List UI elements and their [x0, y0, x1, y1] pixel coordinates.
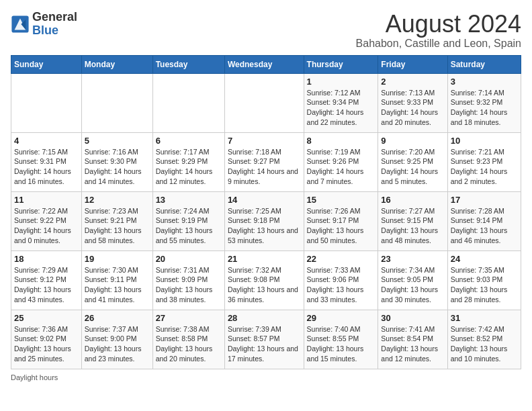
- day-number: 5: [85, 136, 150, 146]
- calendar-day-cell: 11Sunrise: 7:22 AM Sunset: 9:22 PM Dayli…: [11, 191, 82, 250]
- calendar-title: August 2024: [356, 11, 521, 38]
- calendar-day-cell: 17Sunrise: 7:28 AM Sunset: 9:14 PM Dayli…: [447, 191, 521, 250]
- day-info: Sunrise: 7:25 AM Sunset: 9:18 PM Dayligh…: [228, 206, 301, 246]
- day-info: Sunrise: 7:32 AM Sunset: 9:08 PM Dayligh…: [228, 265, 301, 305]
- day-info: Sunrise: 7:30 AM Sunset: 9:11 PM Dayligh…: [85, 265, 150, 305]
- day-number: 20: [156, 254, 222, 264]
- calendar-day-cell: 28Sunrise: 7:39 AM Sunset: 8:57 PM Dayli…: [224, 310, 304, 369]
- day-number: 1: [307, 77, 375, 87]
- day-info: Sunrise: 7:33 AM Sunset: 9:06 PM Dayligh…: [307, 265, 375, 305]
- day-number: 24: [451, 254, 518, 264]
- calendar-day-cell: 3Sunrise: 7:14 AM Sunset: 9:32 PM Daylig…: [447, 73, 521, 132]
- day-number: 25: [14, 313, 79, 323]
- day-number: 7: [228, 136, 301, 146]
- calendar-day-cell: 29Sunrise: 7:40 AM Sunset: 8:55 PM Dayli…: [304, 310, 378, 369]
- day-number: 16: [381, 195, 444, 205]
- calendar-week-row: 4Sunrise: 7:15 AM Sunset: 9:31 PM Daylig…: [11, 132, 521, 191]
- calendar-day-cell: 18Sunrise: 7:29 AM Sunset: 9:12 PM Dayli…: [11, 250, 82, 310]
- day-info: Sunrise: 7:42 AM Sunset: 8:52 PM Dayligh…: [451, 324, 518, 364]
- calendar-day-cell: 2Sunrise: 7:13 AM Sunset: 9:33 PM Daylig…: [378, 73, 447, 132]
- day-info: Sunrise: 7:37 AM Sunset: 9:00 PM Dayligh…: [85, 324, 150, 364]
- weekday-header-cell: Friday: [378, 55, 447, 73]
- day-number: 21: [228, 254, 301, 264]
- day-info: Sunrise: 7:41 AM Sunset: 8:54 PM Dayligh…: [381, 324, 444, 364]
- day-number: 8: [307, 136, 375, 146]
- day-info: Sunrise: 7:35 AM Sunset: 9:03 PM Dayligh…: [451, 265, 518, 305]
- calendar-day-cell: 8Sunrise: 7:19 AM Sunset: 9:26 PM Daylig…: [304, 132, 378, 191]
- calendar-day-cell: 25Sunrise: 7:36 AM Sunset: 9:02 PM Dayli…: [11, 310, 82, 369]
- day-info: Sunrise: 7:14 AM Sunset: 9:32 PM Dayligh…: [451, 88, 518, 128]
- day-info: Sunrise: 7:34 AM Sunset: 9:05 PM Dayligh…: [381, 265, 444, 305]
- day-info: Sunrise: 7:27 AM Sunset: 9:15 PM Dayligh…: [381, 206, 444, 246]
- day-number: 27: [156, 313, 222, 323]
- day-info: Sunrise: 7:19 AM Sunset: 9:26 PM Dayligh…: [307, 147, 375, 187]
- calendar-week-row: 1Sunrise: 7:12 AM Sunset: 9:34 PM Daylig…: [11, 73, 521, 132]
- calendar-day-cell: 5Sunrise: 7:16 AM Sunset: 9:30 PM Daylig…: [81, 132, 152, 191]
- title-area: August 2024 Bahabon, Castille and Leon, …: [356, 11, 521, 50]
- calendar-subtitle: Bahabon, Castille and Leon, Spain: [356, 38, 521, 50]
- day-number: 4: [14, 136, 79, 146]
- day-info: Sunrise: 7:40 AM Sunset: 8:55 PM Dayligh…: [307, 324, 375, 364]
- day-info: Sunrise: 7:24 AM Sunset: 9:19 PM Dayligh…: [156, 206, 222, 246]
- day-info: Sunrise: 7:22 AM Sunset: 9:22 PM Dayligh…: [14, 206, 79, 246]
- day-info: Sunrise: 7:17 AM Sunset: 9:29 PM Dayligh…: [156, 147, 222, 187]
- day-info: Sunrise: 7:39 AM Sunset: 8:57 PM Dayligh…: [228, 324, 301, 364]
- day-number: 18: [14, 254, 79, 264]
- day-info: Sunrise: 7:31 AM Sunset: 9:09 PM Dayligh…: [156, 265, 222, 305]
- day-number: 17: [451, 195, 518, 205]
- day-number: 2: [381, 77, 444, 87]
- calendar-day-cell: 14Sunrise: 7:25 AM Sunset: 9:18 PM Dayli…: [224, 191, 304, 250]
- day-number: 30: [381, 313, 444, 323]
- calendar-day-cell: 22Sunrise: 7:33 AM Sunset: 9:06 PM Dayli…: [304, 250, 378, 310]
- calendar-day-cell: 9Sunrise: 7:20 AM Sunset: 9:25 PM Daylig…: [378, 132, 447, 191]
- weekday-header-cell: Wednesday: [224, 55, 304, 73]
- day-number: 11: [14, 195, 79, 205]
- day-info: Sunrise: 7:16 AM Sunset: 9:30 PM Dayligh…: [85, 147, 150, 187]
- calendar-day-cell: 13Sunrise: 7:24 AM Sunset: 9:19 PM Dayli…: [152, 191, 224, 250]
- calendar-week-row: 18Sunrise: 7:29 AM Sunset: 9:12 PM Dayli…: [11, 250, 521, 310]
- logo-line1: General: [32, 11, 77, 24]
- day-info: Sunrise: 7:20 AM Sunset: 9:25 PM Dayligh…: [381, 147, 444, 187]
- calendar-day-cell: 21Sunrise: 7:32 AM Sunset: 9:08 PM Dayli…: [224, 250, 304, 310]
- calendar-day-cell: [152, 73, 224, 132]
- day-number: 26: [85, 313, 150, 323]
- day-info: Sunrise: 7:26 AM Sunset: 9:17 PM Dayligh…: [307, 206, 375, 246]
- calendar-week-row: 11Sunrise: 7:22 AM Sunset: 9:22 PM Dayli…: [11, 191, 521, 250]
- day-number: 28: [228, 313, 301, 323]
- calendar-day-cell: 19Sunrise: 7:30 AM Sunset: 9:11 PM Dayli…: [81, 250, 152, 310]
- logo-icon: [11, 15, 30, 34]
- calendar-day-cell: 30Sunrise: 7:41 AM Sunset: 8:54 PM Dayli…: [378, 310, 447, 369]
- weekday-header-cell: Sunday: [11, 55, 82, 73]
- day-info: Sunrise: 7:38 AM Sunset: 8:58 PM Dayligh…: [156, 324, 222, 364]
- day-number: 15: [307, 195, 375, 205]
- logo-line2: Blue: [32, 24, 77, 38]
- day-number: 19: [85, 254, 150, 264]
- day-info: Sunrise: 7:12 AM Sunset: 9:34 PM Dayligh…: [307, 88, 375, 128]
- page-header: General Blue August 2024 Bahabon, Castil…: [11, 11, 521, 50]
- calendar-day-cell: 20Sunrise: 7:31 AM Sunset: 9:09 PM Dayli…: [152, 250, 224, 310]
- calendar-week-row: 25Sunrise: 7:36 AM Sunset: 9:02 PM Dayli…: [11, 310, 521, 369]
- calendar-day-cell: [224, 73, 304, 132]
- day-info: Sunrise: 7:23 AM Sunset: 9:21 PM Dayligh…: [85, 206, 150, 246]
- day-info: Sunrise: 7:36 AM Sunset: 9:02 PM Dayligh…: [14, 324, 79, 364]
- calendar-day-cell: 6Sunrise: 7:17 AM Sunset: 9:29 PM Daylig…: [152, 132, 224, 191]
- logo: General Blue: [11, 11, 77, 38]
- day-number: 22: [307, 254, 375, 264]
- weekday-header-cell: Saturday: [447, 55, 521, 73]
- weekday-header-row: SundayMondayTuesdayWednesdayThursdayFrid…: [11, 55, 521, 73]
- calendar-day-cell: 12Sunrise: 7:23 AM Sunset: 9:21 PM Dayli…: [81, 191, 152, 250]
- calendar-day-cell: 1Sunrise: 7:12 AM Sunset: 9:34 PM Daylig…: [304, 73, 378, 132]
- daylight-label: Daylight hours: [11, 373, 58, 381]
- weekday-header-cell: Monday: [81, 55, 152, 73]
- day-number: 12: [85, 195, 150, 205]
- day-number: 31: [451, 313, 518, 323]
- calendar-day-cell: 24Sunrise: 7:35 AM Sunset: 9:03 PM Dayli…: [447, 250, 521, 310]
- calendar-day-cell: [81, 73, 152, 132]
- calendar-day-cell: 23Sunrise: 7:34 AM Sunset: 9:05 PM Dayli…: [378, 250, 447, 310]
- day-info: Sunrise: 7:21 AM Sunset: 9:23 PM Dayligh…: [451, 147, 518, 187]
- calendar-body: 1Sunrise: 7:12 AM Sunset: 9:34 PM Daylig…: [11, 73, 521, 369]
- calendar-day-cell: 15Sunrise: 7:26 AM Sunset: 9:17 PM Dayli…: [304, 191, 378, 250]
- day-info: Sunrise: 7:29 AM Sunset: 9:12 PM Dayligh…: [14, 265, 79, 305]
- day-number: 9: [381, 136, 444, 146]
- day-info: Sunrise: 7:13 AM Sunset: 9:33 PM Dayligh…: [381, 88, 444, 128]
